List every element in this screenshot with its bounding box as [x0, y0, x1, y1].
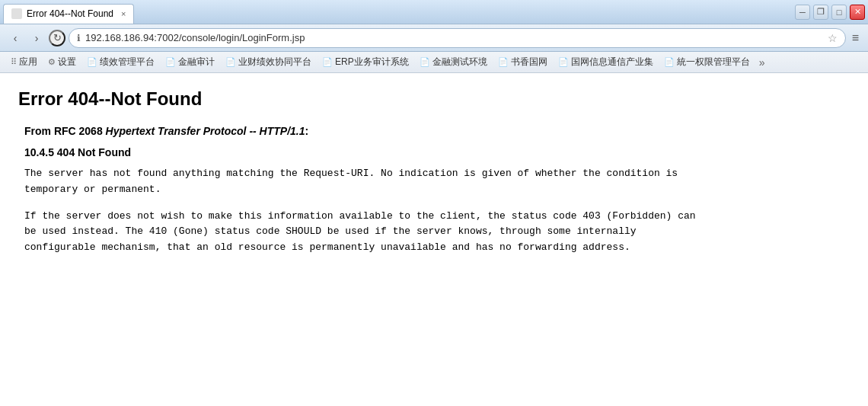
browser-tab[interactable]: Error 404--Not Found ×	[3, 4, 134, 24]
bookmark-settings[interactable]: ⚙ 设置	[43, 54, 81, 70]
bookmark-apps-label: 应用	[19, 56, 37, 69]
bookmark-erp[interactable]: 📄 ERP业务审计系统	[318, 54, 413, 70]
paragraph1: The server has not found anything matchi…	[24, 166, 850, 198]
bookmark-collab-label: 业财绩效协同平台	[238, 56, 311, 69]
browser-menu-button[interactable]: ≡	[849, 31, 862, 45]
bookmark-perf-mgmt[interactable]: 📄 绩效管理平台	[82, 54, 159, 70]
back-button[interactable]: ‹	[6, 29, 24, 47]
doc-icon-5: 📄	[420, 57, 430, 67]
rfc-heading: From RFC 2068 Hypertext Transfer Protoco…	[24, 125, 850, 137]
settings-icon: ⚙	[48, 57, 56, 67]
refresh-button[interactable]: ↻	[49, 30, 65, 46]
bookmark-test-label: 金融测试环境	[432, 56, 487, 69]
bookmarks-bar: ⠿ 应用 ⚙ 设置 📄 绩效管理平台 📄 金融审计 📄 业财绩效协同平台 📄 E…	[0, 52, 868, 73]
title-bar: Error 404--Not Found × ─ ❐ □ ✕	[0, 0, 868, 24]
doc-icon-7: 📄	[558, 57, 569, 67]
bookmark-unified-label: 統一权限管理平台	[677, 56, 750, 69]
bookmark-apps[interactable]: ⠿ 应用	[6, 54, 42, 70]
bookmark-star-icon[interactable]: ☆	[828, 32, 838, 44]
apps-icon: ⠿	[11, 57, 17, 67]
error-title: Error 404--Not Found	[18, 88, 850, 110]
bookmark-finance-audit[interactable]: 📄 金融审计	[161, 54, 219, 70]
address-text: 192.168.186.94:7002/console/login/LoginF…	[85, 32, 823, 43]
tab-title: Error 404--Not Found	[27, 8, 113, 19]
browser-window: Error 404--Not Found × ─ ❐ □ ✕ ‹ › ↻ ℹ 1…	[0, 0, 868, 406]
paragraph2: If the server does not wish to make this…	[24, 209, 850, 256]
forward-button[interactable]: ›	[27, 29, 46, 47]
maximize-button[interactable]: □	[831, 5, 847, 20]
bookmark-perf-label: 绩效管理平台	[100, 56, 155, 69]
tab-close-button[interactable]: ×	[121, 9, 126, 18]
doc-icon-4: 📄	[322, 57, 333, 67]
doc-icon-1: 📄	[87, 57, 97, 67]
bookmark-guowang[interactable]: 📄 国网信息通信产业集	[554, 54, 658, 70]
rfc-section: From RFC 2068 Hypertext Transfer Protoco…	[18, 125, 850, 256]
window-controls: ─ ❐ □ ✕	[795, 5, 865, 20]
bookmark-shuxiang[interactable]: 📄 书香国网	[493, 54, 552, 70]
bookmark-unified[interactable]: 📄 統一权限管理平台	[659, 54, 755, 70]
address-lock-icon: ℹ	[77, 33, 81, 43]
bookmark-test-env[interactable]: 📄 金融测试环境	[415, 54, 492, 70]
bookmark-guowang-label: 国网信息通信产业集	[571, 56, 653, 69]
title-bar-left: Error 404--Not Found ×	[3, 1, 795, 24]
subsection-title: 10.4.5 404 Not Found	[24, 146, 850, 158]
bookmark-erp-label: ERP业务审计系统	[335, 56, 409, 69]
bookmark-shuxiang-label: 书香国网	[511, 56, 547, 69]
rfc-heading-suffix: :	[305, 125, 309, 137]
doc-icon-2: 📄	[165, 57, 176, 67]
doc-icon-6: 📄	[498, 57, 509, 67]
tab-favicon	[11, 8, 22, 19]
restore-button[interactable]: ❐	[813, 5, 828, 20]
minimize-button[interactable]: ─	[795, 5, 810, 20]
bookmark-collab[interactable]: 📄 业财绩效协同平台	[221, 54, 316, 70]
close-button[interactable]: ✕	[850, 5, 865, 20]
rfc-heading-italic: Hypertext Transfer Protocol -- HTTP/1.1	[106, 125, 305, 137]
doc-icon-3: 📄	[225, 57, 236, 67]
doc-icon-8: 📄	[664, 57, 675, 67]
bookmarks-more-button[interactable]: »	[756, 56, 768, 69]
page-content: Error 404--Not Found From RFC 2068 Hyper…	[0, 73, 868, 406]
bookmark-finance-label: 金融审计	[178, 56, 215, 69]
address-bar[interactable]: ℹ 192.168.186.94:7002/console/login/Logi…	[69, 28, 846, 48]
bookmark-settings-label: 设置	[58, 56, 76, 69]
rfc-heading-prefix: From RFC 2068	[24, 125, 106, 137]
navigation-bar: ‹ › ↻ ℹ 192.168.186.94:7002/console/logi…	[0, 24, 868, 52]
